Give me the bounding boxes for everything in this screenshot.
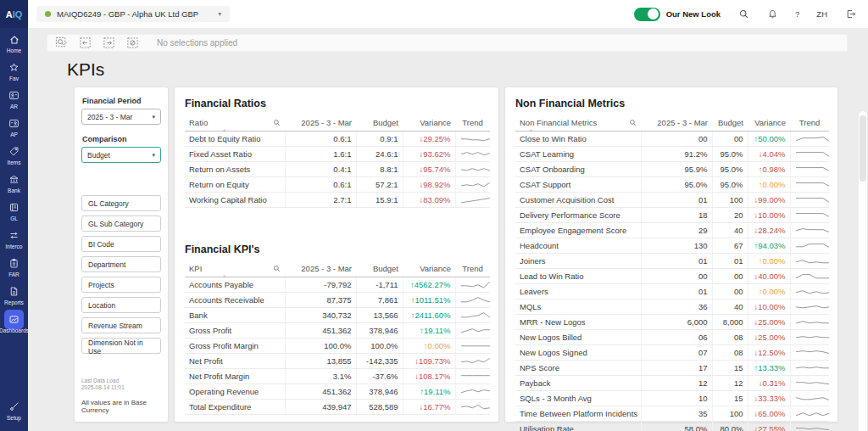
logout-icon[interactable] xyxy=(844,8,856,20)
app-logo[interactable]: AIQ xyxy=(0,0,28,28)
row-label[interactable]: Employee Engagement Score xyxy=(515,223,641,238)
financial-period-select[interactable]: 2025 - 3 - Mar ▾ xyxy=(81,109,161,125)
row-label[interactable]: Total Expenditure xyxy=(185,400,285,415)
sidebar-item-ap[interactable]: AP xyxy=(0,114,28,140)
column-header-period[interactable]: 2025 - 3 - Mar xyxy=(285,261,356,277)
table-row: Net Profit13,855-142,335↓109.73% xyxy=(185,354,490,369)
row-label[interactable]: Return on Assets xyxy=(185,162,285,177)
column-header-kpi[interactable]: KPI▲ xyxy=(185,261,285,277)
row-label[interactable]: CSAT Onboarding xyxy=(515,162,641,177)
trend-sparkline xyxy=(795,194,830,205)
row-label[interactable]: CSAT Learning xyxy=(515,147,641,162)
row-label[interactable]: Net Profit xyxy=(185,354,285,369)
row-label[interactable]: Fixed Asset Ratio xyxy=(185,147,285,162)
row-label[interactable]: New Logos Billed xyxy=(515,330,641,345)
sidebar-item-reports[interactable]: Reports xyxy=(0,282,28,308)
scrollbar-thumb[interactable] xyxy=(860,115,866,182)
row-label[interactable]: Gross Profit xyxy=(185,323,285,339)
sidebar-item-bank[interactable]: Bank xyxy=(0,170,28,196)
column-header-trend[interactable]: Trend xyxy=(455,261,490,277)
row-label[interactable]: Close to Win Ratio xyxy=(515,132,641,147)
clear-selections-icon[interactable] xyxy=(126,36,139,49)
row-trend-cell xyxy=(790,284,829,299)
sidebar-item-gl[interactable]: GL xyxy=(0,198,28,224)
column-header-variance[interactable]: Variance xyxy=(403,115,455,132)
trend-sparkline xyxy=(795,301,830,312)
row-label[interactable]: Bank xyxy=(185,308,285,323)
sidebar-item-home[interactable]: Home xyxy=(0,30,28,56)
status-dot xyxy=(45,11,51,17)
row-value: 00 xyxy=(641,132,712,147)
column-header-trend[interactable]: Trend xyxy=(790,115,829,132)
row-trend-cell xyxy=(790,406,829,422)
row-variance: ↑0.00% xyxy=(759,287,786,296)
row-label[interactable]: Utilisation Rate xyxy=(515,422,641,431)
row-label[interactable]: CSAT Support xyxy=(515,177,641,193)
row-label[interactable]: MRR - New Logos xyxy=(515,315,641,330)
table-row: MRR - New Logos6,0008,000↓25.00% xyxy=(515,315,829,330)
row-label[interactable]: Accounts Receivable xyxy=(185,293,285,308)
filter-button[interactable]: Revenue Stream xyxy=(81,317,161,333)
column-header-budget[interactable]: Budget xyxy=(712,115,748,132)
row-label[interactable]: Operating Revenue xyxy=(185,384,285,400)
row-variance: ↑4562.27% xyxy=(410,280,451,289)
row-label[interactable]: Lead to Win Ratio xyxy=(515,269,641,284)
row-label[interactable]: MQLs xyxy=(515,299,641,315)
notifications-bell-icon[interactable] xyxy=(766,8,778,20)
trend-sparkline xyxy=(795,240,830,251)
filter-button[interactable]: Dimension Not in Use xyxy=(81,338,161,354)
sidebar-item-far[interactable]: FAR xyxy=(0,254,28,280)
help-icon[interactable]: ? xyxy=(795,9,799,19)
page-scrollbar[interactable] xyxy=(859,111,867,431)
row-label[interactable]: Accounts Payable xyxy=(185,277,285,293)
trend-sparkline xyxy=(460,401,491,412)
row-label[interactable]: Time Between Platform Incidents xyxy=(515,406,641,422)
sidebar-item-setup[interactable]: Setup xyxy=(0,397,28,423)
column-header-budget[interactable]: Budget xyxy=(356,261,403,277)
row-value: 451,362 xyxy=(285,323,356,339)
table-row: Return on Equity0.6:157.2:1↓98.92% xyxy=(185,177,490,193)
filter-button[interactable]: GL Sub Category xyxy=(81,216,161,232)
row-label[interactable]: Leavers xyxy=(515,284,641,299)
row-label[interactable]: New Logos Signed xyxy=(515,345,641,361)
step-forward-icon[interactable] xyxy=(103,36,115,49)
row-label[interactable]: Payback xyxy=(515,376,641,391)
sidebar-item-items[interactable]: Items xyxy=(0,142,28,168)
row-label[interactable]: Gross Profit Margin xyxy=(185,339,285,354)
row-label[interactable]: Return on Equity xyxy=(185,177,285,193)
column-header-ratio[interactable]: Ratio▲ xyxy=(185,115,285,132)
column-header-variance[interactable]: Variance xyxy=(748,115,790,132)
sidebar-item-dashboards[interactable]: Dashboards xyxy=(0,310,28,336)
row-label[interactable]: Debt to Equity Ratio xyxy=(185,132,285,147)
filter-button[interactable]: GL Category xyxy=(81,195,161,211)
column-header-variance[interactable]: Variance xyxy=(403,261,455,277)
sort-ascending-icon: ▲ xyxy=(222,127,226,132)
row-label[interactable]: Delivery Performance Score xyxy=(515,208,641,223)
column-header-period[interactable]: 2025 - 3 - Mar xyxy=(285,115,356,132)
sidebar-item-fav[interactable]: Fav xyxy=(0,58,28,84)
step-back-icon[interactable] xyxy=(79,36,92,49)
row-label[interactable]: NPS Score xyxy=(515,361,641,376)
row-label[interactable]: Headcount xyxy=(515,238,641,254)
row-label[interactable]: SQLs - 3 Month Avg xyxy=(515,391,641,406)
column-header-period[interactable]: 2025 - 3 - Mar xyxy=(641,115,712,132)
search-icon[interactable] xyxy=(737,8,749,20)
filter-button[interactable]: Location xyxy=(81,297,161,313)
column-header-trend[interactable]: Trend xyxy=(455,115,490,132)
row-label[interactable]: Joiners xyxy=(515,254,641,269)
row-label[interactable]: Working Capital Ratio xyxy=(185,193,285,208)
sidebar-item-interco[interactable]: Interco xyxy=(0,226,28,252)
company-selector[interactable]: MAIQD6249 - GBP - Alpha UK Ltd GBP ▾ xyxy=(36,6,230,22)
filter-button[interactable]: BI Code xyxy=(81,236,161,252)
filter-button[interactable]: Projects xyxy=(81,277,161,293)
row-label[interactable]: Customer Acquisition Cost xyxy=(515,193,641,208)
smart-search-icon[interactable] xyxy=(55,36,68,49)
user-initials-avatar[interactable]: ZH xyxy=(816,9,827,19)
row-label[interactable]: Net Profit Margin xyxy=(185,369,285,384)
column-header-metric[interactable]: Non Financial Metrics▲ xyxy=(515,115,641,132)
comparison-select[interactable]: Budget ▾ xyxy=(81,147,161,163)
new-look-toggle[interactable] xyxy=(634,8,660,21)
column-header-budget[interactable]: Budget xyxy=(356,115,403,132)
sidebar-item-ar[interactable]: AR xyxy=(0,86,28,112)
filter-button[interactable]: Department xyxy=(81,256,161,272)
